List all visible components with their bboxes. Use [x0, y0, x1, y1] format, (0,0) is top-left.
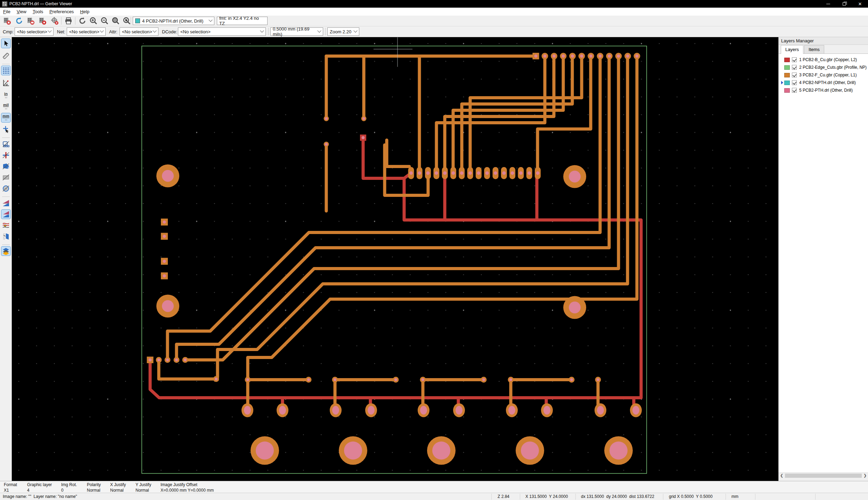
drill-hole	[256, 442, 274, 460]
sketch-lines[interactable]	[1, 151, 10, 160]
drill-hole	[571, 55, 574, 58]
measure-tool[interactable]	[1, 51, 10, 60]
layer-visibility-checkbox[interactable]	[792, 73, 797, 77]
zoom-selection-icon[interactable]	[122, 16, 131, 25]
dcode-dropdown[interactable]: <No selection>	[178, 27, 266, 36]
cursor-shape[interactable]	[1, 125, 10, 134]
drill-hole	[435, 172, 438, 175]
minimize-button[interactable]	[820, 0, 836, 8]
grid-size-dropdown[interactable]: 0.5000 mm (19.69 mils)	[270, 27, 323, 36]
layers-panel-scrollbar[interactable]: ❮ ❯	[779, 473, 868, 478]
xor-mode[interactable]	[1, 210, 10, 219]
tab-layers[interactable]: Layers	[781, 45, 803, 54]
flip-view[interactable]	[1, 232, 10, 241]
scroll-left-icon[interactable]: ❮	[779, 473, 785, 478]
layer-visibility-checkbox[interactable]	[792, 80, 797, 85]
drill-hole	[477, 172, 480, 175]
chevron-down-icon	[208, 18, 212, 22]
cmp-dropdown[interactable]: <No selection>	[15, 27, 54, 36]
layer-visibility-checkbox[interactable]	[792, 88, 797, 93]
units-inches[interactable]: in↔	[1, 91, 10, 100]
close-button[interactable]: ✕	[852, 0, 868, 8]
layer-color-swatch[interactable]	[784, 73, 790, 77]
layer-row[interactable]: 5 PCB2-PTH.drl (Other, Drill)	[779, 86, 868, 94]
drill-hole	[452, 172, 455, 175]
polar-coords[interactable]: rθ	[1, 78, 10, 88]
scrollbar-thumb[interactable]	[785, 474, 862, 478]
drill-hole	[636, 55, 639, 58]
show-negative-objects[interactable]	[1, 173, 10, 182]
info-field: Graphic layer4	[27, 482, 52, 493]
layer-row[interactable]: 3 PCB2-F_Cu.gbr (Copper, L1)	[779, 71, 868, 79]
drill-hole	[162, 300, 174, 312]
scroll-right-icon[interactable]: ❯	[862, 473, 868, 478]
menu-view[interactable]: View	[14, 8, 30, 15]
clear-all-layers-icon[interactable]	[3, 16, 12, 25]
open-gerber-file-icon[interactable]	[26, 16, 35, 25]
layer-color-swatch[interactable]	[784, 81, 790, 85]
restore-button[interactable]	[836, 0, 852, 8]
units-mils[interactable]: mil↔	[1, 102, 10, 111]
units-mm[interactable]: mm↔	[1, 113, 10, 122]
reload-all-layers-icon[interactable]	[15, 16, 24, 25]
window-title: PCB2-NPTH.drl — Gerber Viewer	[9, 1, 72, 6]
menu-help[interactable]: Help	[77, 8, 92, 15]
drill-hole	[569, 302, 581, 314]
drill-hole	[494, 172, 497, 175]
show-dcodes[interactable]: 01	[1, 184, 10, 193]
drill-hole	[485, 172, 489, 175]
menu-tools[interactable]: Tools	[30, 8, 46, 15]
sketch-polygons[interactable]	[1, 162, 10, 171]
zoom-fit-icon[interactable]	[111, 16, 120, 25]
layer-row[interactable]: 4 PCB2-NPTH.drl (Other, Drill)	[779, 79, 868, 86]
menu-file[interactable]: File	[0, 8, 14, 15]
layer-visibility-checkbox[interactable]	[792, 65, 797, 70]
drill-hole	[244, 406, 251, 415]
net-dropdown[interactable]: <No selection>	[67, 27, 106, 36]
sketch-flashed-items[interactable]	[1, 140, 10, 149]
highlight-mode[interactable]	[1, 221, 10, 230]
chevron-down-icon	[100, 29, 104, 33]
menu-preferences[interactable]: Preferences	[46, 8, 77, 15]
drill-hole	[420, 406, 427, 415]
drill-hole	[157, 359, 160, 361]
layer-row[interactable]: 1 PCB2-B_Cu.gbr (Copper, L2)	[779, 56, 868, 64]
zoom-readout: Z 2.84	[498, 494, 509, 499]
grid-toggle[interactable]	[1, 66, 10, 75]
drill-hole	[543, 55, 547, 58]
print-icon[interactable]	[64, 16, 73, 25]
layers-manager-toggle[interactable]	[1, 247, 10, 256]
drill-hole	[608, 55, 611, 58]
drill-hole	[166, 359, 169, 361]
layer-row[interactable]: 2 PCB2-Edge_Cuts.gbr (Profile, NP)	[779, 64, 868, 71]
active-layer-dropdown[interactable]: 4 PCB2-NPTH.drl (Other, Drill)	[133, 17, 214, 25]
drill-hole	[617, 55, 620, 58]
drill-hole	[307, 378, 310, 381]
diff-mode[interactable]	[1, 199, 10, 208]
zoom-out-icon[interactable]	[100, 16, 109, 25]
layer-color-swatch[interactable]	[784, 65, 790, 70]
layer-visibility-checkbox[interactable]	[792, 57, 797, 62]
chevron-down-icon	[353, 29, 357, 33]
reload-current-layer-icon[interactable]	[50, 16, 59, 25]
drill-hole	[502, 172, 506, 175]
pcb-canvas[interactable]	[12, 37, 778, 481]
layer-color-swatch[interactable]	[784, 58, 790, 62]
layer-color-swatch[interactable]	[784, 88, 790, 93]
drill-hole	[527, 172, 531, 175]
attr-dropdown[interactable]: <No selection>	[120, 27, 158, 36]
drill-hole	[163, 235, 166, 238]
dcode-label: DCode:	[162, 29, 177, 34]
zoom-in-icon[interactable]	[89, 16, 98, 25]
layer-label: 4 PCB2-NPTH.drl (Other, Drill)	[799, 80, 856, 85]
drill-hole	[626, 55, 629, 58]
drill-hole	[599, 55, 602, 58]
chevron-down-icon	[260, 29, 264, 33]
redraw-view-icon[interactable]	[78, 16, 87, 25]
tab-items[interactable]: Items	[804, 45, 824, 53]
select-tool[interactable]	[1, 39, 10, 48]
format-info-field: fmt: in X2.4 Y2.4 no TZ	[217, 17, 268, 25]
zoom-level-dropdown[interactable]: Zoom 2.20	[327, 27, 359, 36]
drill-hole	[246, 378, 249, 381]
open-drill-file-icon[interactable]	[38, 16, 47, 25]
